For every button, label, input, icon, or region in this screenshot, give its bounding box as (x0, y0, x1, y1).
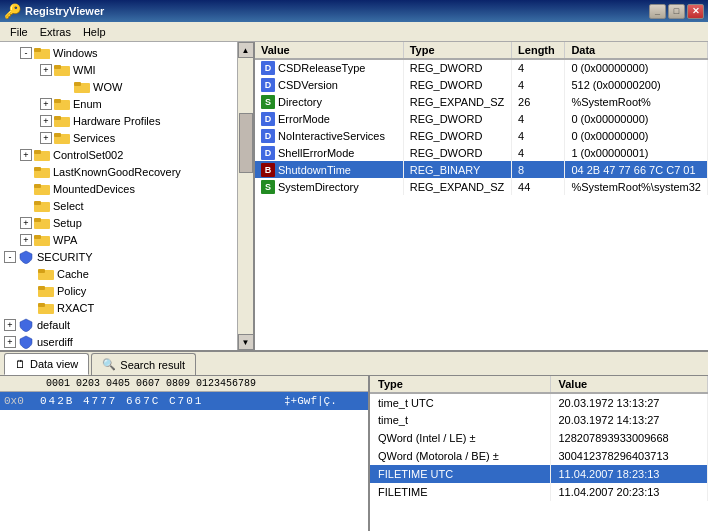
cell-data: %SystemRoot%\system32 (565, 178, 708, 195)
table-row[interactable]: S SystemDirectory REG_EXPAND_SZ 44 %Syst… (255, 178, 708, 195)
cell-name: D ErrorMode (255, 110, 403, 127)
value-row[interactable]: QWord (Intel / LE) ± 128207893933009668 (370, 429, 708, 447)
folder-icon-rxact (38, 301, 54, 315)
minimize-button[interactable]: _ (649, 4, 666, 19)
tree-label-controlset002: ControlSet002 (53, 149, 123, 161)
expand-services[interactable]: + (40, 132, 52, 144)
tab-search-result[interactable]: 🔍 Search result (91, 353, 196, 375)
tree-node-select[interactable]: Select (0, 197, 253, 214)
value-type: time_t (370, 411, 550, 429)
tree-label-wmi: WMI (73, 64, 96, 76)
tree-node-wow[interactable]: WOW (0, 78, 253, 95)
tree-label-services: Services (73, 132, 115, 144)
value-name: ShutdownTime (278, 164, 351, 176)
registry-panel: Value Type Length Data D CSDReleaseType … (255, 42, 708, 350)
tree-label-default: default (37, 319, 70, 331)
cell-length: 4 (512, 110, 565, 127)
expand-controlset002[interactable]: + (20, 149, 32, 161)
cell-type: REG_DWORD (403, 76, 511, 93)
folder-icon-wow (74, 80, 90, 94)
svg-rect-28 (38, 286, 45, 290)
tree-view[interactable]: - Windows + WMI WOW (0, 42, 253, 350)
tree-node-enum[interactable]: + Enum (0, 95, 253, 112)
svg-rect-12 (54, 133, 61, 137)
svg-rect-30 (38, 303, 45, 307)
value-row[interactable]: time_t 20.03.1972 14:13:27 (370, 411, 708, 429)
expand-setup[interactable]: + (20, 217, 32, 229)
value-row[interactable]: time_t UTC 20.03.1972 13:13:27 (370, 393, 708, 411)
scroll-up-btn[interactable]: ▲ (238, 42, 254, 58)
expand-enum[interactable]: + (40, 98, 52, 110)
tree-label-userdiff: userdiff (37, 336, 73, 348)
value-row[interactable]: FILETIME 11.04.2007 20:23:13 (370, 483, 708, 501)
value-name: CSDReleaseType (278, 62, 365, 74)
tree-node-hardware[interactable]: + Hardware Profiles (0, 112, 253, 129)
tree-node-security[interactable]: - SECURITY (0, 248, 253, 265)
scroll-thumb[interactable] (239, 113, 253, 173)
tree-node-wpa[interactable]: + WPA (0, 231, 253, 248)
cell-name: S SystemDirectory (255, 178, 403, 195)
col-data: Data (565, 42, 708, 59)
menu-extras[interactable]: Extras (34, 24, 77, 40)
expand-windows[interactable]: - (20, 47, 32, 59)
close-button[interactable]: ✕ (687, 4, 704, 19)
expand-wmi[interactable]: + (40, 64, 52, 76)
value-row[interactable]: FILETIME UTC 11.04.2007 18:23:13 (370, 465, 708, 483)
expand-default[interactable]: + (4, 319, 16, 331)
hex-row-0[interactable]: 0x0 042B 4777 667C C701 ‡+Gwf|Ç. (0, 392, 368, 410)
maximize-button[interactable]: □ (668, 4, 685, 19)
value-val: 20.03.1972 13:13:27 (550, 393, 708, 411)
tree-node-controlset002[interactable]: + ControlSet002 (0, 146, 253, 163)
table-row[interactable]: D CSDVersion REG_DWORD 4 512 (0x00000200… (255, 76, 708, 93)
expand-wpa[interactable]: + (20, 234, 32, 246)
table-row[interactable]: D CSDReleaseType REG_DWORD 4 0 (0x000000… (255, 59, 708, 76)
registry-table-scroll[interactable]: Value Type Length Data D CSDReleaseType … (255, 42, 708, 350)
tree-node-wmi[interactable]: + WMI (0, 61, 253, 78)
tree-node-default[interactable]: + default (0, 316, 253, 333)
expand-userdiff[interactable]: + (4, 336, 16, 348)
svg-rect-14 (34, 150, 41, 154)
cell-length: 4 (512, 59, 565, 76)
tree-node-services[interactable]: + Services (0, 129, 253, 146)
main-area: - Windows + WMI WOW (0, 42, 708, 352)
svg-rect-1 (34, 51, 50, 59)
tree-node-lastknown[interactable]: LastKnownGoodRecovery (0, 163, 253, 180)
tree-node-setup[interactable]: + Setup (0, 214, 253, 231)
value-val: 11.04.2007 18:23:13 (550, 465, 708, 483)
folder-icon-controlset002 (34, 148, 50, 162)
cell-type: REG_EXPAND_SZ (403, 93, 511, 110)
hex-ascii-0: ‡+Gwf|Ç. (284, 395, 364, 407)
menu-help[interactable]: Help (77, 24, 112, 40)
tree-label-mounted: MountedDevices (53, 183, 135, 195)
col-type: Type (403, 42, 511, 59)
value-name: ShellErrorMode (278, 147, 354, 159)
value-name: CSDVersion (278, 79, 338, 91)
table-row[interactable]: D NoInteractiveServices REG_DWORD 4 0 (0… (255, 127, 708, 144)
tree-node-policy[interactable]: Policy (0, 282, 253, 299)
table-row[interactable]: B ShutdownTime REG_BINARY 8 04 2B 47 77 … (255, 161, 708, 178)
tab-data-view[interactable]: 🗒 Data view (4, 353, 89, 375)
tree-node-cache[interactable]: Cache (0, 265, 253, 282)
expand-security[interactable]: - (4, 251, 16, 263)
hex-bytes-0: 042B 4777 667C C701 (40, 395, 276, 407)
tree-node-windows[interactable]: - Windows (0, 44, 253, 61)
security-icon (18, 250, 34, 264)
scroll-down-btn[interactable]: ▼ (238, 334, 254, 350)
tree-node-mounted[interactable]: MountedDevices (0, 180, 253, 197)
tree-scrollbar[interactable]: ▲ ▼ (237, 42, 253, 350)
window-controls: _ □ ✕ (649, 4, 704, 19)
value-row[interactable]: QWord (Motorola / BE) ± 3004123782964037… (370, 447, 708, 465)
svg-rect-2 (34, 48, 41, 52)
hex-header-hex: 0001 0203 0405 0607 0809 0123456789 (46, 378, 362, 389)
scroll-track[interactable] (238, 58, 254, 334)
menu-file[interactable]: File (4, 24, 34, 40)
tab-data-view-label: Data view (30, 358, 78, 370)
table-row[interactable]: D ShellErrorMode REG_DWORD 4 1 (0x000000… (255, 144, 708, 161)
folder-icon-windows (34, 46, 50, 60)
hex-panel: 0001 0203 0405 0607 0809 0123456789 0x0 … (0, 376, 370, 531)
table-row[interactable]: S Directory REG_EXPAND_SZ 26 %SystemRoot… (255, 93, 708, 110)
table-row[interactable]: D ErrorMode REG_DWORD 4 0 (0x00000000) (255, 110, 708, 127)
expand-hardware[interactable]: + (40, 115, 52, 127)
tree-node-userdiff[interactable]: + userdiff (0, 333, 253, 350)
tree-node-rxact[interactable]: RXACT (0, 299, 253, 316)
